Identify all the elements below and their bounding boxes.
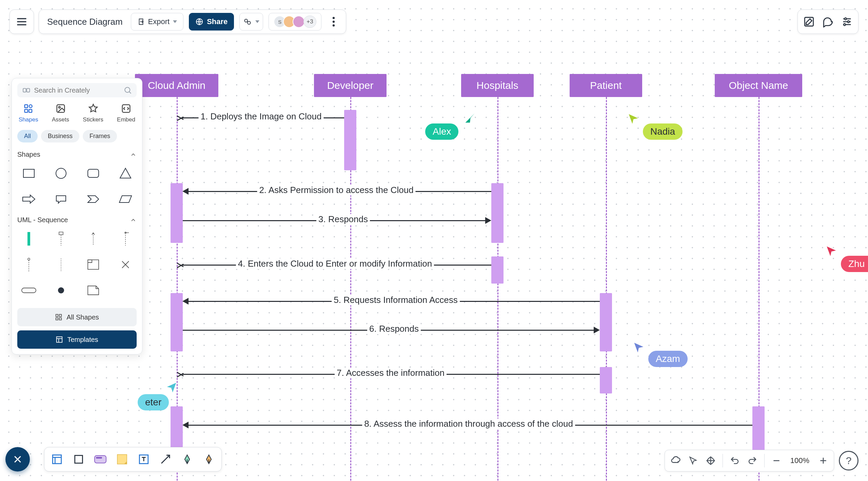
activation-hospitals-1[interactable] [491,183,504,243]
filter-frames[interactable]: Frames [83,130,117,142]
zoom-value[interactable]: 100% [788,456,811,465]
close-icon [13,454,23,464]
actor-cloud-admin[interactable]: Cloud Admin [135,74,218,97]
all-shapes-button[interactable]: All Shapes [17,308,137,326]
share-label: Share [207,17,228,26]
redo-button[interactable] [747,455,758,466]
export-button[interactable]: Export [131,13,184,31]
svg-rect-24 [57,105,64,113]
uml-fragment[interactable] [84,256,102,273]
cursor-icon [464,112,476,124]
shape-triangle[interactable] [117,165,134,182]
templates-button[interactable]: Templates [17,330,137,349]
uml-lifeline-object[interactable] [52,230,70,248]
filter-business[interactable]: Business [41,130,79,142]
integration-button[interactable] [239,13,263,31]
activation-cloud-admin-1[interactable] [171,183,183,243]
activation-patient-2[interactable] [600,367,612,393]
activation-patient-1[interactable] [600,293,612,351]
tab-assets[interactable]: Assets [52,103,69,123]
message-8-label[interactable]: 8. Assess the information through access… [362,419,575,429]
message-7-label[interactable]: 7. Accesses the information [335,368,447,378]
actor-developer[interactable]: Developer [314,74,387,97]
tool-highlighter[interactable] [202,452,216,466]
uml-lifeline-dot[interactable] [52,256,70,273]
shape-parallelogram[interactable] [117,190,134,208]
avatar-more-count[interactable]: +3 [303,16,316,28]
document-title[interactable]: Sequence Diagram [44,17,125,27]
zoom-in-button[interactable] [817,455,829,466]
uml-destroy[interactable] [117,256,134,273]
more-menu-button[interactable] [327,13,340,31]
uml-endpoint[interactable] [52,282,70,299]
comment-button[interactable] [822,15,834,28]
shape-rectangle[interactable] [20,165,38,182]
section-uml-head[interactable]: UML - Sequence [17,216,137,224]
integration-icon [243,17,252,26]
zoom-out-button[interactable] [771,455,782,466]
tab-embed[interactable]: Embed [117,103,135,123]
settings-button[interactable] [841,15,853,28]
message-6-label[interactable]: 6. Responds [367,324,421,334]
message-5-arrow [182,298,189,305]
search-input[interactable] [34,86,120,94]
actor-hospitals[interactable]: Hospitals [461,74,534,97]
svg-point-13 [845,18,847,20]
top-toolbar-pill: Sequence Diagram Export Share S +3 [39,9,346,34]
edit-button[interactable] [803,15,815,28]
activation-cloud-admin-2[interactable] [171,293,183,351]
collaborator-avatars[interactable]: S +3 [269,13,321,31]
svg-rect-17 [27,89,30,92]
actor-object-name[interactable]: Object Name [715,74,802,97]
close-fab-button[interactable] [5,447,30,472]
message-4-label[interactable]: 4. Enters the Cloud to Enter or modify I… [236,258,434,269]
actor-patient[interactable]: Patient [570,74,642,97]
filter-all[interactable]: All [17,130,38,142]
svg-point-48 [58,287,64,293]
tool-pen[interactable] [180,452,194,466]
shape-chevron[interactable] [84,190,102,208]
uml-lifeline-branch[interactable] [117,230,134,248]
undo-button[interactable] [729,455,741,466]
uml-activation-bar[interactable] [20,230,38,248]
tool-text[interactable] [137,452,151,466]
pan-tool-button[interactable] [705,455,716,466]
bottom-right-controls: 100% ? [665,450,859,472]
tool-sticky-note[interactable] [115,452,129,466]
tool-frame[interactable] [50,452,64,466]
tab-shapes[interactable]: Shapes [19,103,38,123]
share-button[interactable]: Share [189,13,234,31]
tool-connector[interactable] [158,452,173,466]
message-3-label[interactable]: 3. Responds [316,214,370,225]
tool-container[interactable] [93,452,107,466]
uml-lifeline-circle[interactable] [20,256,38,273]
shape-arrow-right[interactable] [20,190,38,208]
help-button[interactable]: ? [839,451,859,470]
basic-shapes-grid [17,165,137,208]
activation-developer-1[interactable] [344,110,356,170]
uml-found-message[interactable] [20,282,38,299]
pointer-tool-button[interactable] [687,455,699,466]
cloud-sync-button[interactable] [670,455,681,466]
avatar[interactable] [293,16,305,28]
message-5-label[interactable]: 5. Requests Information Access [332,295,460,305]
collaborator-name-alex: Alex [425,123,458,140]
menu-button[interactable] [9,9,34,34]
section-shapes-head[interactable]: Shapes [17,151,137,158]
uml-note[interactable] [84,282,102,299]
svg-rect-62 [75,456,83,463]
activation-hospitals-2[interactable] [491,256,504,284]
shapes-tab-icon [23,103,34,114]
lifeline-patient[interactable] [606,97,607,481]
caret-down-icon [173,20,177,23]
help-icon: ? [846,455,852,466]
tab-stickers[interactable]: Stickers [83,103,103,123]
uml-lifeline-arrowup[interactable] [84,230,102,248]
tool-rectangle[interactable] [72,452,86,466]
shape-speech-bubble[interactable] [52,190,70,208]
comment-icon [822,16,834,27]
message-2-label[interactable]: 2. Asks Permission to access the Cloud [257,185,415,195]
message-1-label[interactable]: 1. Deploys the Image on Cloud [199,111,324,122]
shape-circle[interactable] [52,165,70,182]
shape-rounded-rect[interactable] [84,165,102,182]
